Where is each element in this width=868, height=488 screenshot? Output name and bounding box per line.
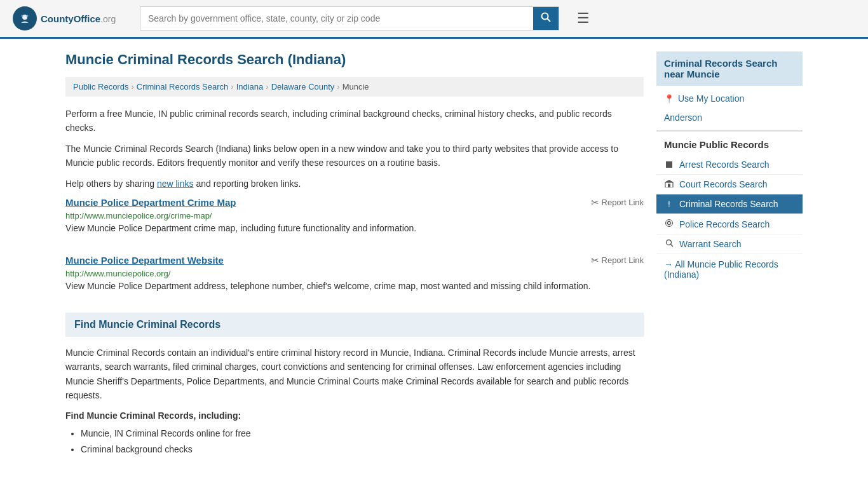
sidebar-item-court-records[interactable]: Court Records Search — [656, 175, 803, 194]
scissors-icon-1: ✂ — [591, 255, 599, 266]
sidebar-nearby-city[interactable]: Anderson — [656, 110, 803, 130]
link-title-1[interactable]: Muncie Police Department Website — [65, 255, 224, 266]
svg-point-11 — [666, 220, 673, 227]
main-container: Muncie Criminal Records Search (Indiana)… — [53, 39, 815, 470]
svg-rect-6 — [666, 161, 672, 168]
sidebar-all-records[interactable]: → All Muncie Public Records (Indiana) — [656, 254, 803, 285]
bullet-0: Muncie, IN Criminal Records online for f… — [81, 426, 644, 442]
gear-icon — [664, 219, 674, 229]
report-link-1[interactable]: ✂ Report Link — [591, 255, 644, 266]
site-header: CountyOffice.org ☰ — [0, 0, 868, 39]
content-area: Muncie Criminal Records Search (Indiana)… — [65, 51, 644, 458]
location-pin-icon: 📍 — [664, 94, 674, 104]
new-links-link[interactable]: new links — [157, 179, 194, 189]
arrow-icon: → — [664, 259, 675, 269]
link-desc-0: View Muncie Police Department crime map,… — [65, 223, 644, 233]
sidebar-nearby-title: Criminal Records Search near Muncie — [656, 51, 803, 86]
svg-point-3 — [27, 15, 29, 17]
link-desc-1: View Muncie Police Department address, t… — [65, 281, 644, 291]
page-title: Muncie Criminal Records Search (Indiana) — [65, 51, 644, 68]
sidebar-item-warrant-search[interactable]: Warrant Search — [656, 234, 803, 254]
find-section-header: Find Muncie Criminal Records — [65, 313, 644, 337]
breadcrumb-public-records[interactable]: Public Records — [73, 82, 128, 92]
svg-marker-8 — [665, 180, 674, 182]
logo-text: CountyOffice.org — [41, 12, 116, 25]
hamburger-icon: ☰ — [577, 10, 590, 26]
sidebar-item-criminal-records[interactable]: ! Criminal Records Search — [656, 194, 803, 214]
search-button[interactable] — [533, 7, 559, 30]
link-url-1[interactable]: http://www.munciepolice.org/ — [65, 269, 644, 278]
sidebar: Criminal Records Search near Muncie 📍 Us… — [656, 51, 803, 458]
sidebar-item-arrest-records[interactable]: Arrest Records Search — [656, 155, 803, 175]
logo[interactable]: CountyOffice.org — [13, 6, 127, 30]
logo-icon — [13, 6, 37, 30]
link-entry-0: Muncie Police Department Crime Map ✂ Rep… — [65, 197, 644, 240]
find-section-body: Muncie Criminal Records contain an indiv… — [65, 346, 644, 403]
link-title-0[interactable]: Muncie Police Department Crime Map — [65, 197, 236, 208]
breadcrumb-delaware-county[interactable]: Delaware County — [271, 82, 335, 92]
scissors-icon-0: ✂ — [591, 197, 599, 208]
search-sm-icon — [664, 239, 674, 249]
building-icon — [664, 180, 674, 189]
svg-point-4 — [542, 13, 548, 20]
svg-point-2 — [22, 15, 24, 17]
svg-line-17 — [670, 245, 673, 247]
description-3: Help others by sharing new links and rep… — [65, 177, 644, 191]
breadcrumb-indiana[interactable]: Indiana — [236, 82, 264, 92]
description-1: Perform a free Muncie, IN public crimina… — [65, 107, 644, 135]
search-input[interactable] — [140, 8, 533, 29]
find-section-subhead: Find Muncie Criminal Records, including: — [65, 410, 644, 421]
link-url-0[interactable]: http://www.munciepolice.org/crime-map/ — [65, 211, 644, 220]
search-icon — [541, 12, 551, 25]
svg-line-5 — [548, 19, 551, 22]
report-link-0[interactable]: ✂ Report Link — [591, 197, 644, 208]
breadcrumb-muncie: Muncie — [342, 82, 369, 92]
description-2: The Muncie Criminal Records Search (Indi… — [65, 142, 644, 170]
breadcrumb: Public Records › Criminal Records Search… — [65, 77, 644, 97]
svg-point-16 — [666, 240, 671, 245]
find-section-bullets: Muncie, IN Criminal Records online for f… — [81, 426, 644, 458]
hamburger-button[interactable]: ☰ — [572, 8, 595, 29]
svg-point-10 — [668, 222, 671, 225]
link-entry-1: Muncie Police Department Website ✂ Repor… — [65, 255, 644, 297]
search-bar — [140, 6, 559, 30]
sidebar-public-records-title: Muncie Public Records — [656, 131, 803, 155]
exclaim-icon: ! — [664, 199, 674, 209]
breadcrumb-criminal-records-search[interactable]: Criminal Records Search — [137, 82, 229, 92]
svg-rect-9 — [668, 184, 670, 187]
sidebar-item-police-records[interactable]: Police Records Search — [656, 214, 803, 234]
sidebar-use-location[interactable]: 📍 Use My Location — [656, 87, 803, 110]
bullet-1: Criminal background checks — [81, 442, 644, 458]
square-icon — [664, 160, 674, 170]
